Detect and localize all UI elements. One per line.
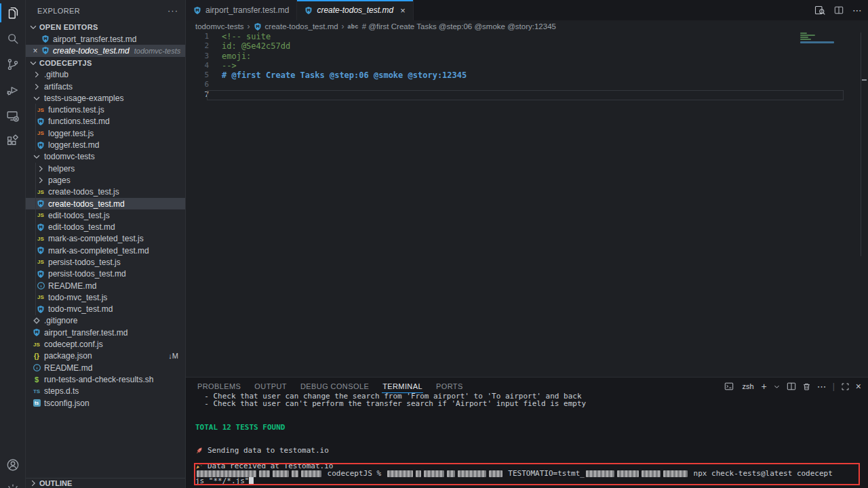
sidebar-more-actions-icon[interactable]: ··· (167, 5, 178, 16)
open-editor-item[interactable]: × create-todos_test.md todomvc-tests (26, 45, 185, 56)
redacted-text (387, 470, 413, 477)
activitybar-account-icon[interactable] (0, 452, 26, 478)
code-line[interactable]: 1 <!-- suite (186, 33, 868, 41)
tree-file[interactable]: mark-as-completed_test.md (26, 245, 185, 256)
tree-file[interactable]: edit-todos_test.md (26, 221, 185, 232)
chevron-down-icon (28, 22, 38, 32)
close-tab-icon[interactable]: × (400, 5, 406, 16)
tree-file[interactable]: JSlogger.test.js (26, 127, 185, 139)
open-editor-item[interactable]: airport_transfer.test.md (26, 33, 185, 45)
launch-profile-chevron-icon[interactable] (773, 383, 781, 390)
editor-tab[interactable]: airport_transfer.test.md (186, 0, 297, 20)
breadcrumb-item[interactable]: # @first Create Tasks @step:06 @smoke @s… (362, 22, 556, 30)
tree-file[interactable]: .gitignore (26, 315, 185, 327)
line-number: 3 (186, 52, 209, 61)
close-icon[interactable]: × (31, 46, 40, 56)
new-terminal-icon[interactable]: + (762, 382, 767, 391)
terminal-line: Sending data to testomat.io (186, 447, 868, 454)
tree-file[interactable]: JScodecept.conf.js (26, 338, 185, 350)
tree-file[interactable]: {}package.json ↓M (26, 350, 185, 362)
breadcrumb-item[interactable]: create-todos_test.md (265, 22, 338, 30)
overview-ruler (861, 33, 861, 256)
tree-folder[interactable]: tests-usage-examples (26, 92, 185, 104)
tree-file[interactable]: README.md (26, 362, 185, 373)
redacted-text (617, 470, 639, 477)
outline-label: OUTLINE (39, 479, 72, 487)
terminal-line: - Check that user can't perform the tran… (186, 400, 868, 407)
tree-file[interactable]: airport_transfer.test.md (26, 327, 185, 338)
activitybar-remote-explorer-icon[interactable] (0, 103, 26, 129)
tree-file[interactable]: JScreate-todos_test.js (26, 186, 185, 198)
code-line[interactable]: 3 emoji: (186, 52, 868, 61)
tree-file[interactable]: functions.test.md (26, 116, 185, 127)
breadcrumb[interactable]: todomvc-tests›create-todos_test.md›abc# … (186, 20, 868, 33)
tree-file[interactable]: README.md (26, 280, 185, 291)
file-type-icon (35, 117, 46, 126)
split-terminal-icon[interactable] (787, 382, 796, 391)
tree-file[interactable]: JStodo-mvc_test.js (26, 291, 185, 303)
open-editors-section-header[interactable]: OPEN EDITORS (26, 21, 185, 33)
activitybar-explorer-icon[interactable] (0, 0, 26, 26)
redacted-text (586, 470, 614, 477)
redacted-text (663, 470, 688, 477)
more-actions-icon[interactable]: ⋯ (852, 5, 863, 16)
code-line[interactable]: 6 (186, 80, 868, 89)
file-type-icon (31, 317, 42, 325)
editor-tab[interactable]: create-todos_test.md × (297, 0, 413, 20)
tree-file[interactable]: JSpersist-todos_test.js (26, 256, 185, 268)
open-preview-icon[interactable] (814, 5, 825, 16)
kill-terminal-icon[interactable] (802, 382, 811, 391)
tree-folder[interactable]: helpers (26, 163, 185, 174)
tree-file[interactable]: logger.test.md (26, 139, 185, 150)
minimap[interactable] (797, 33, 835, 80)
project-section-header[interactable]: CODECEPTJS (26, 57, 185, 69)
file-type-icon: $ (31, 375, 42, 384)
close-panel-icon[interactable]: × (856, 382, 861, 391)
tree-file[interactable]: persist-todos_test.md (26, 268, 185, 280)
terminal-line: TOTAL 12 TESTS FOUND (186, 424, 868, 431)
tree-folder[interactable]: artifacts (26, 81, 185, 92)
breadcrumb-item[interactable]: todomvc-tests (195, 22, 244, 30)
git-status-badge: ↓M (168, 352, 178, 360)
activitybar-settings-gear-icon[interactable] (0, 478, 26, 488)
code-line[interactable]: 7 (186, 90, 868, 100)
redacted-text (259, 470, 270, 477)
symbol-text-icon: abc (348, 23, 359, 30)
tree-folder[interactable]: todomvc-tests (26, 151, 185, 163)
outline-section-header[interactable]: OUTLINE (26, 478, 185, 488)
project-label: CODECEPTJS (39, 59, 92, 67)
file-type-icon: JS (35, 259, 46, 265)
tree-file[interactable]: create-todos_test.md (26, 198, 185, 209)
file-type-icon: JS (35, 130, 46, 136)
tree-file[interactable]: JSfunctions.test.js (26, 104, 185, 115)
code-line[interactable]: 5 # @first Create Tasks @step:06 @smoke … (186, 70, 868, 80)
code-editor[interactable]: 1 <!-- suite 2 id: @Se42c57dd 3 emoji: 4… (186, 33, 868, 377)
terminal-more-actions-icon[interactable]: ⋯ (817, 382, 827, 391)
activitybar-extensions-icon[interactable] (0, 129, 26, 155)
terminal-output[interactable]: - Check that user can change the search … (186, 392, 868, 488)
tree-file[interactable]: TSsteps.d.ts (26, 386, 185, 397)
tree-file[interactable]: tstsconfig.json (26, 397, 185, 409)
file-type-icon: {} (31, 352, 42, 360)
maximize-panel-icon[interactable] (841, 382, 850, 391)
file-type-icon: ts (31, 399, 42, 407)
redacted-text (424, 470, 444, 477)
activitybar-run-and-debug-icon[interactable] (0, 77, 26, 103)
tree-file[interactable]: JSmark-as-completed_test.js (26, 233, 185, 245)
file-type-icon (31, 363, 42, 372)
tree-file[interactable]: $run-tests-and-check-results.sh (26, 373, 185, 385)
tab-bar: airport_transfer.test.md create-todos_te… (186, 0, 868, 20)
chevron-down-icon (28, 58, 38, 68)
split-editor-icon[interactable] (834, 5, 844, 15)
code-line[interactable]: 4 --> (186, 61, 868, 70)
terminal-line (186, 415, 868, 423)
code-line[interactable]: 2 id: @Se42c57dd (186, 41, 868, 51)
tree-folder[interactable]: pages (26, 174, 185, 186)
activitybar-source-control-icon[interactable] (0, 52, 26, 77)
tree-file[interactable]: todo-mvc_test.md (26, 304, 185, 315)
tree-folder[interactable]: .github (26, 69, 185, 81)
terminal-prompt-line: codeceptJS % TESTOMATIO=tstmt_ npx check… (186, 470, 868, 477)
activitybar-search-icon[interactable] (0, 26, 26, 52)
file-type-icon (35, 246, 46, 255)
tree-file[interactable]: JSedit-todos_test.js (26, 209, 185, 221)
